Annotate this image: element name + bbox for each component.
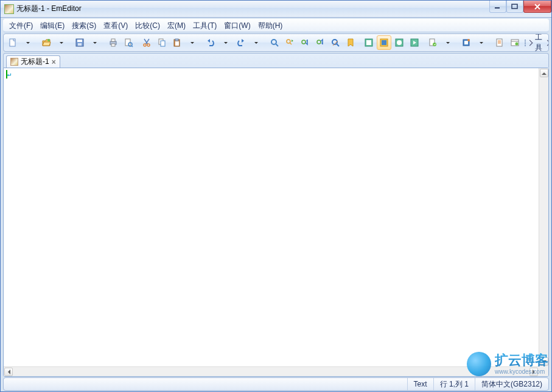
menu-file[interactable]: 文件(F)	[5, 19, 37, 32]
find-in-files-button[interactable]	[328, 35, 343, 50]
status-bar: Text 行 1,列 1 简体中文(GB2312)	[3, 377, 549, 391]
toolbar-grip[interactable]	[525, 40, 526, 46]
svg-point-35	[433, 43, 436, 46]
svg-rect-19	[175, 41, 179, 46]
open-dropdown[interactable]	[54, 35, 69, 50]
config-button[interactable]	[425, 35, 440, 50]
svg-line-12	[131, 46, 133, 47]
status-encoding[interactable]: 简体中文(GB2312)	[475, 378, 548, 390]
svg-point-24	[302, 40, 306, 44]
menu-view[interactable]: 查看(V)	[100, 19, 131, 32]
view-b-button[interactable]	[377, 35, 391, 50]
view-c-button[interactable]	[392, 35, 407, 50]
menu-compare[interactable]: 比较(C)	[131, 19, 164, 32]
plugins-button[interactable]	[459, 35, 473, 50]
svg-point-14	[147, 44, 150, 46]
svg-point-3	[47, 39, 50, 41]
scroll-down-button[interactable]	[540, 357, 548, 366]
tab-active[interactable]: 无标题-1 ×	[6, 55, 60, 68]
eol-mark: ↵	[7, 70, 12, 78]
svg-point-20	[271, 40, 276, 44]
paste-button[interactable]	[170, 35, 184, 50]
copy-button[interactable]	[155, 35, 169, 50]
svg-rect-0	[495, 7, 500, 9]
undo-button[interactable]	[203, 35, 218, 50]
toolbar-group-tools[interactable]: 工具	[533, 33, 545, 52]
redo-dropdown[interactable]	[249, 35, 264, 50]
cut-button[interactable]	[139, 35, 154, 50]
svg-rect-2	[10, 39, 15, 46]
print-button[interactable]	[106, 35, 121, 50]
tab-close-icon[interactable]: ×	[52, 58, 56, 66]
status-position[interactable]: 行 1,列 1	[433, 378, 475, 390]
paste-dropdown[interactable]	[185, 35, 200, 50]
tab-bar: 无标题-1 ×	[3, 53, 549, 68]
app-window: 无标题-1 - EmEditor 文件(F) 编辑(E) 搜索(S) 查看(V)…	[0, 0, 552, 392]
svg-point-13	[144, 44, 146, 46]
vertical-scrollbar[interactable]	[539, 68, 548, 366]
view-d-button[interactable]	[407, 35, 422, 50]
svg-rect-18	[175, 39, 178, 41]
svg-rect-1	[512, 4, 517, 9]
tools-overflow[interactable]	[545, 41, 549, 45]
svg-rect-37	[464, 41, 468, 44]
svg-rect-9	[111, 44, 115, 46]
editor-area: ↵	[3, 68, 549, 377]
toolbar-overflow[interactable]	[528, 41, 532, 45]
maximize-button[interactable]	[506, 1, 523, 13]
svg-point-38	[467, 39, 470, 41]
menu-bar: 文件(F) 编辑(E) 搜索(S) 查看(V) 比较(C) 宏(M) 工具(T)…	[3, 19, 549, 32]
open-button[interactable]	[39, 35, 54, 50]
svg-line-27	[337, 44, 339, 46]
menu-window[interactable]: 窗口(W)	[220, 19, 254, 32]
menu-edit[interactable]: 编辑(E)	[37, 19, 68, 32]
horizontal-scrollbar[interactable]	[4, 366, 539, 376]
menu-help[interactable]: 帮助(H)	[254, 19, 287, 32]
print-preview-button[interactable]	[121, 35, 136, 50]
properties-button[interactable]	[492, 35, 507, 50]
scroll-right-button[interactable]	[529, 368, 538, 376]
undo-dropdown[interactable]	[218, 35, 233, 50]
find-button[interactable]	[267, 35, 282, 50]
text-editor[interactable]: ↵	[4, 68, 539, 366]
new-dropdown[interactable]	[21, 35, 35, 50]
menu-search[interactable]: 搜索(S)	[68, 19, 100, 32]
window-buttons	[489, 1, 551, 13]
svg-point-41	[515, 43, 519, 46]
find-prev-button[interactable]	[298, 35, 312, 50]
redo-button[interactable]	[234, 35, 248, 50]
tab-label: 无标题-1	[21, 57, 49, 67]
scroll-up-button[interactable]	[540, 69, 548, 77]
new-button[interactable]	[5, 35, 20, 50]
menu-tools[interactable]: 工具(T)	[189, 19, 220, 32]
config-dropdown[interactable]	[441, 35, 455, 50]
minimize-button[interactable]	[489, 1, 506, 13]
svg-rect-29	[366, 40, 371, 45]
app-icon	[4, 4, 14, 14]
toolbar: 工具 宏 标记	[3, 33, 549, 52]
svg-rect-39	[497, 39, 502, 46]
svg-rect-16	[161, 41, 165, 46]
scroll-corner	[539, 366, 548, 376]
document-icon	[10, 58, 18, 66]
bookmark-toggle-button[interactable]	[343, 35, 358, 50]
close-button[interactable]	[523, 1, 551, 13]
save-dropdown[interactable]	[88, 35, 102, 50]
replace-button[interactable]	[282, 35, 297, 50]
window-title: 无标题-1 - EmEditor	[16, 4, 489, 14]
svg-rect-31	[382, 40, 386, 45]
scroll-left-button[interactable]	[4, 368, 13, 376]
svg-line-21	[276, 44, 278, 46]
settings-button[interactable]	[508, 35, 522, 50]
status-mode[interactable]: Text	[407, 378, 433, 390]
svg-point-25	[317, 40, 321, 44]
title-bar[interactable]: 无标题-1 - EmEditor	[1, 1, 551, 18]
plugins-dropdown[interactable]	[474, 35, 489, 50]
svg-rect-6	[78, 43, 82, 46]
menu-macro[interactable]: 宏(M)	[164, 19, 189, 32]
view-a-button[interactable]	[362, 35, 376, 50]
find-next-button[interactable]	[313, 35, 327, 50]
svg-rect-5	[77, 40, 82, 42]
svg-line-23	[290, 43, 292, 44]
save-button[interactable]	[72, 35, 87, 50]
